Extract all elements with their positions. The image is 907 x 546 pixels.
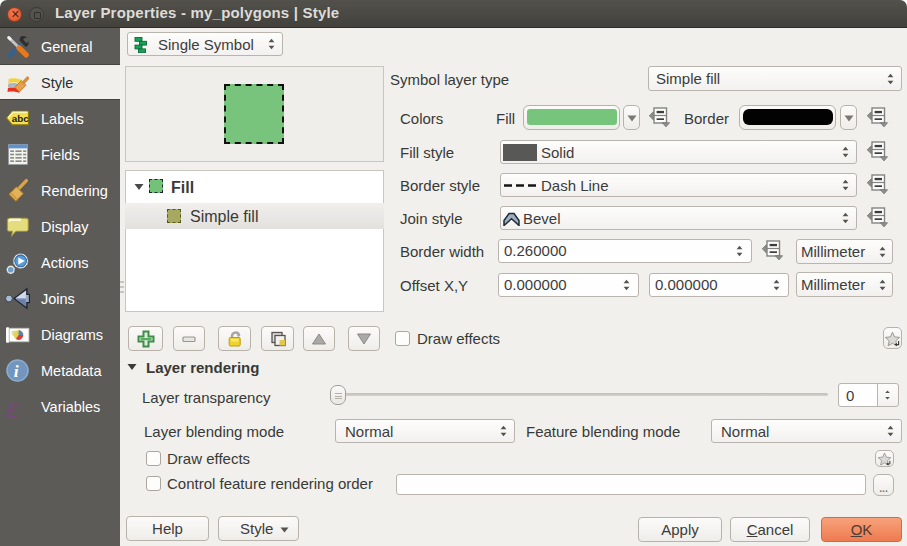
svg-text:abc: abc bbox=[12, 113, 30, 124]
svg-text:i: i bbox=[14, 361, 19, 381]
svg-text:ε: ε bbox=[7, 394, 20, 419]
